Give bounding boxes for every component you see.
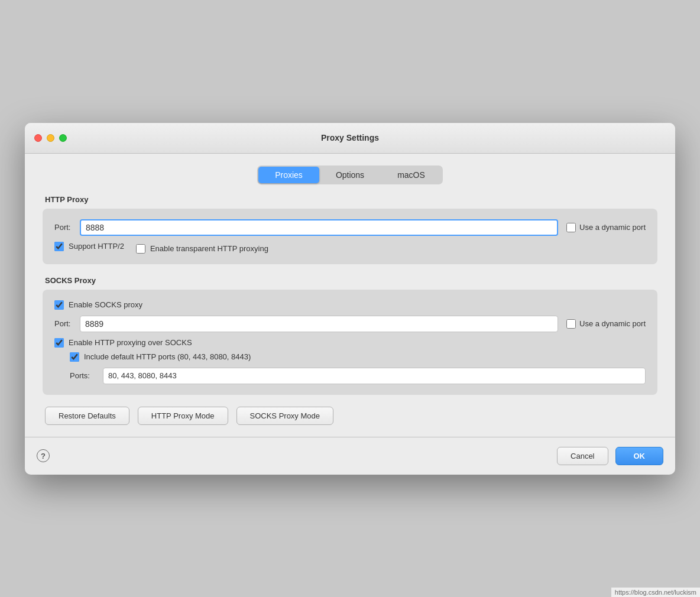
tabs: Proxies Options macOS	[257, 166, 443, 184]
socks-proxy-mode-button[interactable]: SOCKS Proxy Mode	[236, 407, 334, 425]
http-proxy-label: HTTP Proxy	[45, 195, 657, 204]
cancel-button[interactable]: Cancel	[557, 447, 608, 465]
http-dynamic-port-label: Use a dynamic port	[579, 223, 646, 232]
socks-port-input[interactable]	[80, 316, 558, 332]
titlebar: Proxy Settings	[25, 123, 675, 154]
support-http2-row: Support HTTP/2	[54, 242, 124, 251]
http-proxy-box: Port: Use a dynamic port Support HTTP/2	[43, 209, 657, 264]
include-default-ports-row: Include default HTTP ports (80, 443, 808…	[70, 352, 646, 362]
include-default-ports-label: Include default HTTP ports (80, 443, 808…	[84, 352, 251, 361]
bottom-buttons: Restore Defaults HTTP Proxy Mode SOCKS P…	[45, 407, 657, 425]
close-button[interactable]	[34, 134, 42, 142]
http-options-row: Support HTTP/2 Enable transparent HTTP p…	[54, 239, 646, 254]
enable-socks-row: Enable SOCKS proxy	[54, 300, 646, 310]
socks-port-row: Port: Use a dynamic port	[54, 316, 646, 332]
socks-port-label: Port:	[54, 319, 75, 328]
enable-socks-checkbox[interactable]	[54, 300, 64, 310]
footer-right: Cancel OK	[557, 447, 663, 465]
socks-proxy-box: Enable SOCKS proxy Port: Use a dynamic p…	[43, 290, 657, 395]
http-proxy-mode-button[interactable]: HTTP Proxy Mode	[138, 407, 228, 425]
tabs-container: Proxies Options macOS	[43, 166, 657, 184]
url-bar: https://blog.csdn.net/luckism	[611, 588, 700, 597]
restore-defaults-button[interactable]: Restore Defaults	[45, 407, 129, 425]
http-port-input[interactable]	[80, 219, 558, 236]
tab-proxies[interactable]: Proxies	[258, 167, 319, 183]
http-over-socks-row: Enable HTTP proxying over SOCKS	[54, 338, 646, 348]
transparent-proxying-checkbox[interactable]	[136, 244, 145, 254]
transparent-proxying-label: Enable transparent HTTP proxying	[150, 244, 268, 253]
socks-ports-row: Ports:	[70, 368, 646, 384]
socks-ports-input[interactable]	[103, 368, 646, 384]
tab-options[interactable]: Options	[319, 167, 381, 183]
ports-label: Ports:	[70, 371, 97, 380]
http-dynamic-port-row: Use a dynamic port	[566, 223, 646, 232]
socks-dynamic-port-checkbox[interactable]	[566, 319, 576, 329]
socks-port-input-wrapper: Port:	[54, 316, 558, 332]
socks-proxy-label: SOCKS Proxy	[45, 276, 657, 285]
footer: ? Cancel OK	[25, 437, 675, 475]
traffic-lights	[34, 134, 67, 142]
ok-button[interactable]: OK	[615, 447, 664, 465]
help-button[interactable]: ?	[37, 449, 50, 462]
include-default-ports-checkbox[interactable]	[70, 352, 79, 362]
window-title: Proxy Settings	[321, 133, 379, 142]
http-port-input-wrapper: Port:	[54, 219, 558, 236]
main-content: Proxies Options macOS HTTP Proxy Port: U…	[25, 154, 675, 437]
minimize-button[interactable]	[47, 134, 54, 142]
http-over-socks-checkbox[interactable]	[54, 338, 64, 348]
transparent-proxying-row: Enable transparent HTTP proxying	[136, 244, 268, 254]
maximize-button[interactable]	[59, 134, 67, 142]
socks-proxy-section: SOCKS Proxy Enable SOCKS proxy Port: Use…	[43, 276, 657, 395]
tab-macos[interactable]: macOS	[381, 167, 442, 183]
http-dynamic-port-checkbox[interactable]	[566, 223, 576, 232]
support-http2-checkbox[interactable]	[54, 242, 64, 251]
http-port-label: Port:	[54, 223, 75, 232]
socks-dynamic-port-label: Use a dynamic port	[579, 319, 646, 328]
enable-socks-label: Enable SOCKS proxy	[69, 300, 142, 309]
proxy-settings-window: Proxy Settings Proxies Options macOS HTT…	[25, 123, 675, 475]
http-port-row: Port: Use a dynamic port	[54, 219, 646, 236]
http-over-socks-label: Enable HTTP proxying over SOCKS	[69, 338, 192, 347]
http-proxy-section: HTTP Proxy Port: Use a dynamic port	[43, 195, 657, 264]
socks-dynamic-port-row: Use a dynamic port	[566, 319, 646, 329]
support-http2-label: Support HTTP/2	[69, 242, 124, 251]
